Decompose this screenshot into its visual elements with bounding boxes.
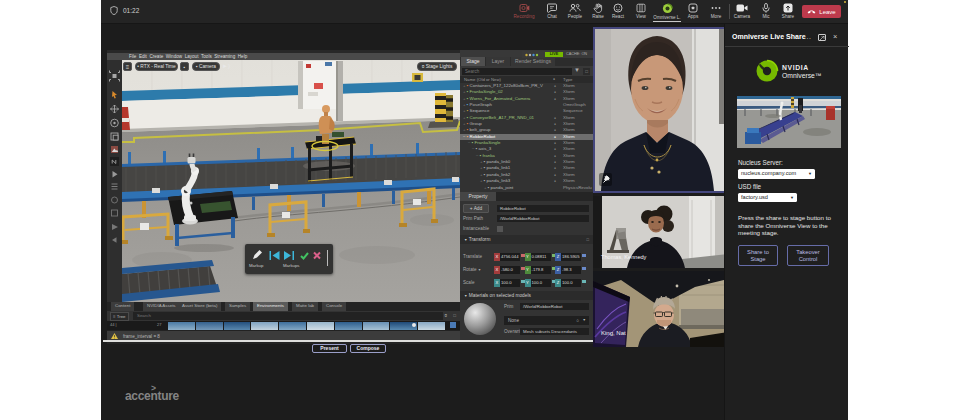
svg-text:Thomas, Kennedy: Thomas, Kennedy <box>601 254 647 260</box>
svg-text:King, Nat: King, Nat <box>601 330 626 336</box>
